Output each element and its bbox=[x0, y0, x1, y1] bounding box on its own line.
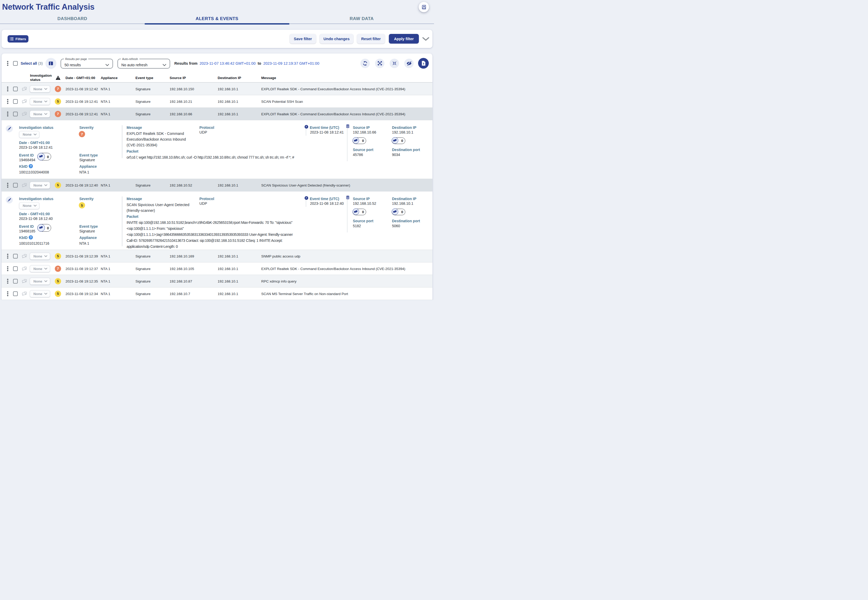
row-checkbox[interactable] bbox=[13, 112, 18, 116]
expand-all-button[interactable] bbox=[375, 59, 384, 68]
filters-button[interactable]: Filters bbox=[8, 35, 29, 42]
export-button[interactable] bbox=[418, 58, 429, 68]
comments-icon[interactable] bbox=[22, 267, 27, 271]
edit-event-button[interactable] bbox=[6, 197, 13, 203]
row-kebab-menu[interactable] bbox=[7, 253, 8, 259]
row-checkbox[interactable] bbox=[13, 86, 18, 91]
detail-investigation-status-dropdown[interactable]: None bbox=[19, 131, 39, 138]
investigation-status-dropdown[interactable]: None bbox=[30, 277, 50, 285]
destination-ip-comments-pill[interactable]: 0 bbox=[392, 138, 405, 144]
cell-appliance: NTA 1 bbox=[101, 99, 111, 103]
row-kebab-menu[interactable] bbox=[7, 278, 8, 284]
row-kebab-menu[interactable] bbox=[7, 111, 8, 117]
select-all-checkbox[interactable] bbox=[13, 61, 18, 66]
detail-packet-label: Packet bbox=[127, 214, 309, 219]
source-ip-comments-pill[interactable]: 0 bbox=[352, 209, 366, 215]
comments-icon[interactable] bbox=[22, 183, 27, 187]
column-header-source-ip[interactable]: Source IP bbox=[170, 76, 186, 80]
refresh-button[interactable] bbox=[360, 59, 370, 68]
investigation-status-dropdown[interactable]: None bbox=[30, 253, 50, 259]
table-header: Investigation status Date - GMT+01:00 Ap… bbox=[2, 73, 432, 82]
investigation-status-dropdown[interactable]: None bbox=[30, 182, 50, 189]
chevron-down-icon bbox=[162, 64, 166, 66]
investigation-status-dropdown[interactable]: None bbox=[30, 85, 50, 92]
event-row[interactable]: None 7 2023-11-08 19:12:37 NTA 1 Signatu… bbox=[2, 262, 432, 275]
event-row[interactable]: None 5 2023-11-08 19:12:40 NTA 1 Signatu… bbox=[2, 179, 432, 191]
edit-event-button[interactable] bbox=[6, 125, 13, 132]
event-row[interactable]: None 5 2023-11-08 19:12:39 NTA 1 Signatu… bbox=[2, 250, 432, 262]
source-ip-comments-pill[interactable]: 0 bbox=[352, 138, 366, 144]
kbid-help-icon[interactable]: ? bbox=[29, 164, 33, 168]
documentation-button[interactable] bbox=[419, 2, 429, 12]
event-row[interactable]: None 7 2023-11-08 19:12:42 NTA 1 Signatu… bbox=[2, 82, 432, 95]
row-kebab-menu[interactable] bbox=[7, 265, 8, 271]
column-header-destination-ip[interactable]: Destination IP bbox=[218, 76, 241, 80]
investigation-status-dropdown[interactable]: None bbox=[30, 265, 50, 272]
tab-raw-data[interactable]: RAW DATA bbox=[290, 16, 434, 23]
row-checkbox[interactable] bbox=[13, 279, 18, 283]
event-row[interactable]: None 5 2023-11-08 19:12:34 NTA 1 Signatu… bbox=[2, 287, 432, 300]
results-per-page-select[interactable]: Results per page 50 results bbox=[61, 58, 113, 68]
tab-alerts-events[interactable]: ALERTS & EVENTS bbox=[144, 16, 289, 23]
column-header-event-type[interactable]: Event type bbox=[135, 76, 153, 80]
range-end-date[interactable]: 2023-11-09 12:19:37 GMT+01:00 bbox=[263, 61, 319, 65]
hide-columns-button[interactable] bbox=[404, 59, 414, 68]
column-header-date[interactable]: Date - GMT+01:00 bbox=[65, 76, 95, 80]
event-row[interactable]: None 5 2023-11-08 19:12:41 NTA 1 Signatu… bbox=[2, 95, 432, 108]
row-checkbox[interactable] bbox=[13, 266, 18, 271]
save-filter-button[interactable]: Save filter bbox=[290, 34, 316, 44]
chat-bubbles-icon bbox=[22, 292, 27, 296]
cell-source-ip: 192.168.10.105 bbox=[170, 267, 194, 271]
event-comments-pill[interactable]: 0 bbox=[37, 153, 51, 161]
kbid-help-icon[interactable]: ? bbox=[29, 235, 33, 239]
row-checkbox[interactable] bbox=[13, 183, 18, 188]
comments-icon[interactable] bbox=[22, 279, 27, 283]
column-settings-button[interactable] bbox=[46, 58, 56, 69]
file-download-icon bbox=[422, 61, 426, 66]
reset-filter-button[interactable]: Reset filter bbox=[357, 34, 385, 44]
apply-filter-button[interactable]: Apply filter bbox=[389, 34, 419, 44]
row-kebab-menu[interactable] bbox=[7, 86, 8, 92]
selected-count: (3) bbox=[38, 61, 43, 65]
row-checkbox[interactable] bbox=[13, 254, 18, 259]
message-packet-column: Message EXPLOIT Realtek SDK - Command Ex… bbox=[127, 126, 309, 161]
comments-icon[interactable] bbox=[22, 112, 27, 116]
column-header-investigation-status[interactable]: Investigation status bbox=[30, 74, 54, 82]
severity-column-header[interactable] bbox=[56, 76, 61, 80]
auto-refresh-select[interactable]: Auto-refresh No auto refresh bbox=[117, 58, 170, 68]
row-checkbox[interactable] bbox=[13, 291, 18, 296]
comments-icon[interactable] bbox=[22, 292, 27, 296]
row-checkbox[interactable] bbox=[13, 99, 18, 104]
cell-event-type: Signature bbox=[135, 87, 150, 91]
investigation-status-dropdown[interactable]: None bbox=[30, 111, 50, 117]
destination-ip-comments-pill[interactable]: 0 bbox=[392, 209, 405, 215]
investigation-status-dropdown[interactable]: None bbox=[30, 290, 50, 297]
collapse-filterbar-button[interactable] bbox=[422, 37, 429, 41]
severity-badge: 5 bbox=[55, 182, 61, 188]
detail-investigation-status-dropdown[interactable]: None bbox=[19, 202, 39, 209]
chat-bubbles-icon bbox=[22, 87, 27, 91]
row-kebab-menu[interactable] bbox=[7, 291, 8, 297]
chat-bubbles-icon bbox=[22, 112, 27, 116]
row-kebab-menu[interactable] bbox=[7, 182, 8, 188]
detail-event-time-value: 2023-11-08 18:12:41 bbox=[310, 130, 344, 134]
toolbar-kebab-menu[interactable] bbox=[7, 60, 8, 66]
event-comments-pill[interactable]: 0 bbox=[37, 224, 51, 232]
event-row[interactable]: None 7 2023-11-08 19:12:41 NTA 1 Signatu… bbox=[2, 108, 432, 120]
column-header-appliance[interactable]: Appliance bbox=[101, 76, 118, 80]
comments-icon[interactable] bbox=[22, 87, 27, 91]
comments-icon[interactable] bbox=[22, 254, 27, 258]
tab-dashboard[interactable]: DASHBOARD bbox=[0, 16, 144, 23]
row-kebab-menu[interactable] bbox=[7, 98, 8, 105]
comments-icon[interactable] bbox=[22, 99, 27, 103]
event-row[interactable]: None 5 2023-11-08 19:12:35 NTA 1 Signatu… bbox=[2, 275, 432, 287]
collapse-all-button[interactable] bbox=[390, 59, 399, 68]
chevron-down-icon bbox=[105, 64, 109, 66]
range-start-date[interactable]: 2023-11-07 13:46:42 GMT+01:00 bbox=[200, 61, 256, 65]
undo-changes-button[interactable]: Undo changes bbox=[320, 34, 354, 44]
investigation-status-dropdown[interactable]: None bbox=[30, 98, 50, 105]
comment-count: 0 bbox=[399, 210, 405, 214]
chevron-down-icon bbox=[422, 37, 429, 41]
column-header-message[interactable]: Message bbox=[261, 76, 276, 80]
select-all-label[interactable]: Select all bbox=[21, 61, 37, 65]
